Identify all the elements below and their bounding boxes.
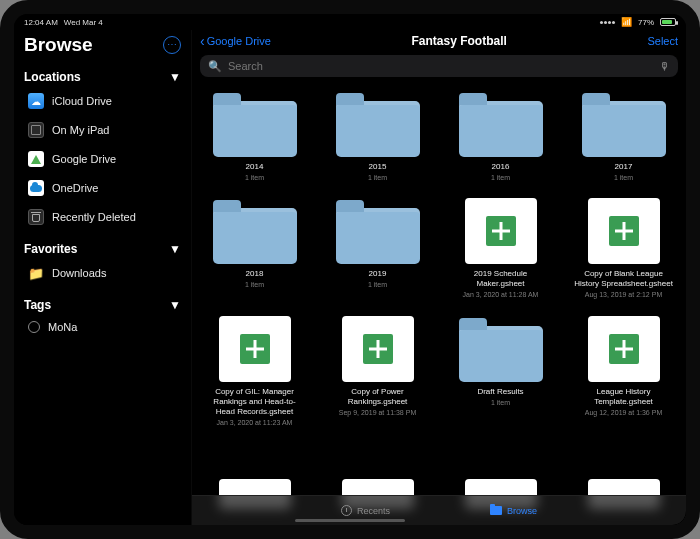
file-item[interactable]: League History Template.gsheetAug 12, 20… — [571, 316, 676, 427]
file-meta: 1 item — [491, 399, 510, 407]
file-item[interactable]: 2019 Schedule Maker.gsheetJan 3, 2020 at… — [448, 198, 553, 299]
file-item[interactable]: 20151 item — [325, 91, 430, 182]
onedrive-icon — [28, 180, 44, 196]
file-meta: 1 item — [491, 174, 510, 182]
file-meta: Jan 3, 2020 at 11:23 AM — [217, 419, 293, 427]
file-item[interactable]: 20171 item — [571, 91, 676, 182]
file-meta: 1 item — [368, 281, 387, 289]
sidebar-item-google-drive[interactable]: Google Drive — [18, 145, 187, 173]
bottom-toolbar: Recents Browse — [192, 495, 686, 525]
search-bar[interactable]: 🔍 🎙 — [200, 55, 678, 77]
sidebar: Browse ⋯ Locations ▼ ☁ iCloud Drive On M… — [14, 30, 192, 525]
file-name: 2016 — [492, 162, 510, 172]
sidebar-item-icloud[interactable]: ☁ iCloud Drive — [18, 87, 187, 115]
google-drive-icon — [28, 151, 44, 167]
sidebar-item-label: Downloads — [52, 267, 106, 279]
file-meta: 1 item — [245, 281, 264, 289]
icloud-icon: ☁ — [28, 93, 44, 109]
back-label: Google Drive — [207, 35, 271, 47]
file-item[interactable]: Copy of Blank League History Spreadsheet… — [571, 198, 676, 299]
file-item[interactable]: 20191 item — [325, 198, 430, 299]
folder-thumb — [211, 198, 299, 264]
ipad-frame: 12:04 AM Wed Mar 4 📶 77% Browse ⋯ Locati — [0, 0, 700, 539]
file-item[interactable]: 20161 item — [448, 91, 553, 182]
sidebar-item-label: iCloud Drive — [52, 95, 112, 107]
tab-label: Recents — [357, 506, 390, 516]
file-name: Draft Results — [477, 387, 523, 397]
gsheet-icon — [588, 316, 660, 382]
sidebar-item-label: MoNa — [48, 321, 77, 333]
file-meta: 1 item — [245, 174, 264, 182]
search-icon: 🔍 — [208, 60, 222, 73]
favorites-header[interactable]: Favorites ▼ — [14, 236, 191, 258]
document-thumb — [211, 316, 299, 382]
tab-recents[interactable]: Recents — [341, 505, 390, 516]
sidebar-item-onedrive[interactable]: OneDrive — [18, 174, 187, 202]
file-item[interactable]: 20141 item — [202, 91, 307, 182]
sidebar-title: Browse — [24, 34, 93, 56]
file-meta: 1 item — [614, 174, 633, 182]
folder-icon: 📁 — [28, 265, 44, 281]
sidebar-item-recently-deleted[interactable]: Recently Deleted — [18, 203, 187, 231]
folder-icon — [336, 208, 420, 264]
file-name: Copy of Blank League History Spreadsheet… — [574, 269, 674, 289]
sidebar-section-favorites: Favorites ▼ 📁 Downloads — [14, 234, 191, 290]
folder-icon — [213, 101, 297, 157]
locations-header[interactable]: Locations ▼ — [14, 64, 191, 86]
folder-icon — [213, 208, 297, 264]
file-name: 2018 — [246, 269, 264, 279]
file-name: Copy of GIL: Manager Rankings and Head-t… — [205, 387, 305, 417]
dictate-icon[interactable]: 🎙 — [659, 60, 670, 72]
file-name: Copy of Power Rankings.gsheet — [328, 387, 428, 407]
document-thumb — [457, 198, 545, 264]
file-name: 2019 Schedule Maker.gsheet — [451, 269, 551, 289]
battery-pct: 77% — [638, 18, 654, 27]
gsheet-icon — [219, 316, 291, 382]
browse-icon — [490, 506, 502, 515]
page-title: Fantasy Football — [277, 34, 642, 48]
file-item[interactable]: Copy of GIL: Manager Rankings and Head-t… — [202, 316, 307, 427]
back-button[interactable]: ‹ Google Drive — [200, 33, 271, 49]
file-item[interactable]: Copy of Power Rankings.gsheetSep 9, 2019… — [325, 316, 430, 427]
sidebar-item-on-my-ipad[interactable]: On My iPad — [18, 116, 187, 144]
tags-label: Tags — [24, 298, 51, 312]
tags-header[interactable]: Tags ▼ — [14, 292, 191, 314]
sidebar-section-locations: Locations ▼ ☁ iCloud Drive On My iPad Go… — [14, 62, 191, 234]
sidebar-item-label: Recently Deleted — [52, 211, 136, 223]
file-grid-scroll[interactable]: 20141 item20151 item20161 item20171 item… — [192, 83, 686, 525]
folder-icon — [459, 326, 543, 382]
sidebar-item-label: OneDrive — [52, 182, 98, 194]
folder-thumb — [457, 91, 545, 157]
search-input[interactable] — [228, 60, 653, 72]
gsheet-icon — [465, 198, 537, 264]
ipad-icon — [28, 122, 44, 138]
folder-thumb — [334, 198, 422, 264]
sidebar-item-downloads[interactable]: 📁 Downloads — [18, 259, 187, 287]
sidebar-item-tag-mona[interactable]: MoNa — [18, 315, 187, 339]
document-thumb — [334, 316, 422, 382]
chevron-down-icon: ▼ — [169, 242, 181, 256]
file-name: League History Template.gsheet — [574, 387, 674, 407]
tab-browse[interactable]: Browse — [490, 506, 537, 516]
select-button[interactable]: Select — [647, 35, 678, 47]
status-bar: 12:04 AM Wed Mar 4 📶 77% — [14, 14, 686, 30]
file-meta: Sep 9, 2019 at 11:38 PM — [339, 409, 416, 417]
battery-icon — [660, 18, 676, 26]
file-meta: Jan 3, 2020 at 11:28 AM — [463, 291, 539, 299]
sidebar-more-icon[interactable]: ⋯ — [163, 36, 181, 54]
gsheet-icon — [588, 198, 660, 264]
status-date: Wed Mar 4 — [64, 18, 103, 27]
sidebar-section-tags: Tags ▼ MoNa — [14, 290, 191, 342]
main-content: ‹ Google Drive Fantasy Football Select 🔍… — [192, 30, 686, 525]
home-indicator[interactable] — [295, 519, 405, 522]
file-meta: Aug 13, 2019 at 2:12 PM — [585, 291, 662, 299]
document-thumb — [580, 316, 668, 382]
file-name: 2014 — [246, 162, 264, 172]
folder-thumb — [211, 91, 299, 157]
file-item[interactable]: Draft Results1 item — [448, 316, 553, 427]
folder-thumb — [334, 91, 422, 157]
chevron-down-icon: ▼ — [169, 70, 181, 84]
folder-thumb — [580, 91, 668, 157]
file-item[interactable]: 20181 item — [202, 198, 307, 299]
chevron-down-icon: ▼ — [169, 298, 181, 312]
